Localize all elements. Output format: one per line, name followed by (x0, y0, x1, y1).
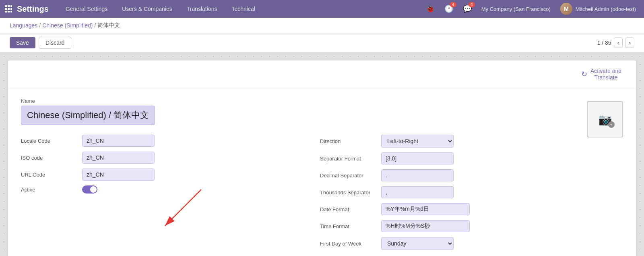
direction-select[interactable]: Left-to-Right Right-to-Left (381, 135, 454, 148)
separator-format-label: Separator Format (320, 156, 376, 162)
activate-translate-label: Activate and Translate (590, 68, 621, 81)
first-day-row: First Day of Week Sunday Monday Tuesday … (320, 237, 571, 250)
camera-icon: 📷+ (598, 113, 612, 126)
image-placeholder[interactable]: 📷+ (587, 101, 623, 137)
iso-code-label: ISO code (21, 155, 77, 161)
form-card: ↻ Activate and Translate Name Chinese (S… (8, 60, 636, 256)
locale-code-input[interactable] (82, 135, 155, 147)
iso-code-row: ISO code (21, 152, 296, 164)
pagination: 1 / 85 ‹ › (597, 37, 634, 48)
app-title: Settings (17, 4, 49, 14)
refresh-icon: ↻ (581, 70, 587, 79)
name-field-group: Name Chinese (Simplified) / 简体中文 (21, 98, 571, 125)
first-day-label: First Day of Week (320, 241, 376, 247)
fields-right: Direction Left-to-Right Right-to-Left Se… (296, 135, 571, 250)
breadcrumb-sep-1: / (39, 22, 41, 29)
separator-format-input[interactable] (381, 152, 454, 164)
navbar-menu: General Settings Users & Companies Trans… (58, 0, 423, 18)
messages-icon-button[interactable]: 💬 4 (460, 3, 475, 15)
nav-technical[interactable]: Technical (224, 0, 262, 18)
activate-translate-button[interactable]: ↻ Activate and Translate (576, 65, 626, 83)
bug-icon: 🐞 (426, 4, 435, 13)
time-format-row: Time Format (320, 220, 571, 232)
direction-row: Direction Left-to-Right Right-to-Left (320, 135, 571, 148)
locale-code-label: Locale Code (21, 138, 77, 144)
thousands-separator-row: Thousands Separator (320, 186, 571, 198)
url-code-label: URL Code (21, 172, 77, 178)
nav-users-companies[interactable]: Users & Companies (115, 0, 180, 18)
save-button[interactable]: Save (10, 37, 35, 48)
breadcrumb: Languages / Chinese (Simplified) / 简体中文 (0, 18, 644, 33)
locale-code-row: Locale Code (21, 135, 296, 147)
svg-rect-5 (10, 8, 12, 10)
company-name[interactable]: My Company (San Francisco) (478, 6, 554, 12)
pagination-next-button[interactable]: › (625, 37, 634, 48)
pagination-text: 1 / 85 (597, 40, 611, 46)
breadcrumb-current: 简体中文 (97, 22, 120, 29)
pagination-prev-button[interactable]: ‹ (614, 37, 623, 48)
avatar-img: M (560, 3, 572, 15)
user-menu[interactable]: M Mitchell Admin (odoo-test) (557, 3, 639, 15)
nav-translations[interactable]: Translations (180, 0, 225, 18)
user-name: Mitchell Admin (odoo-test) (576, 6, 636, 12)
messages-badge: 4 (469, 2, 475, 7)
form-main: Name Chinese (Simplified) / 简体中文 Locale … (21, 98, 571, 250)
url-code-input[interactable] (82, 169, 155, 181)
svg-rect-4 (8, 8, 10, 10)
breadcrumb-languages[interactable]: Languages (10, 22, 37, 29)
breadcrumb-sep-2: / (94, 22, 96, 29)
iso-code-input[interactable] (82, 152, 155, 164)
fields-left: Locale Code ISO code URL Code Activ (21, 135, 296, 250)
svg-rect-6 (5, 11, 7, 12)
decimal-separator-input[interactable] (381, 169, 454, 181)
avatar: M (560, 3, 572, 15)
decimal-separator-row: Decimal Separator (320, 169, 571, 181)
first-day-select[interactable]: Sunday Monday Tuesday Wednesday Thursday… (381, 237, 454, 250)
active-toggle[interactable] (82, 185, 97, 194)
time-format-input[interactable] (381, 220, 470, 232)
name-label: Name (21, 98, 571, 104)
date-format-row: Date Format (320, 203, 571, 215)
svg-rect-7 (8, 11, 10, 12)
svg-rect-2 (10, 5, 12, 7)
form-body: Name Chinese (Simplified) / 简体中文 Locale … (8, 88, 636, 256)
navbar-right: 🐞 🕐 4 💬 4 My Company (San Francisco) M M… (423, 3, 639, 15)
time-format-label: Time Format (320, 223, 376, 229)
svg-rect-3 (5, 8, 7, 10)
url-code-row: URL Code (21, 169, 296, 181)
navbar: Settings General Settings Users & Compan… (0, 0, 644, 18)
activity-icon-button[interactable]: 🕐 4 (441, 3, 456, 15)
active-row: Active (21, 185, 296, 194)
svg-rect-1 (8, 5, 10, 7)
svg-rect-8 (10, 11, 12, 12)
thousands-separator-label: Thousands Separator (320, 189, 376, 196)
active-label: Active (21, 187, 77, 193)
bug-icon-button[interactable]: 🐞 (423, 3, 438, 15)
decimal-separator-label: Decimal Separator (320, 173, 376, 179)
svg-rect-0 (5, 5, 7, 7)
activity-badge: 4 (450, 2, 456, 7)
grid-icon[interactable] (5, 5, 12, 12)
fields-grid: Locale Code ISO code URL Code Activ (21, 135, 571, 250)
breadcrumb-chinese-simplified[interactable]: Chinese (Simplified) (42, 22, 93, 29)
action-bar: Save Discard 1 / 85 ‹ › (0, 33, 644, 52)
direction-label: Direction (320, 138, 376, 144)
date-format-label: Date Format (320, 206, 376, 212)
discard-button[interactable]: Discard (39, 37, 71, 49)
form-card-toolbar: ↻ Activate and Translate (8, 60, 636, 88)
name-value[interactable]: Chinese (Simplified) / 简体中文 (21, 106, 155, 125)
image-section: 📷+ (587, 98, 623, 250)
active-toggle-container (82, 185, 97, 194)
nav-general-settings[interactable]: General Settings (58, 0, 115, 18)
main-area: ↻ Activate and Translate Name Chinese (S… (0, 52, 644, 256)
thousands-separator-input[interactable] (381, 186, 454, 198)
separator-format-row: Separator Format (320, 152, 571, 164)
date-format-input[interactable] (381, 203, 470, 215)
